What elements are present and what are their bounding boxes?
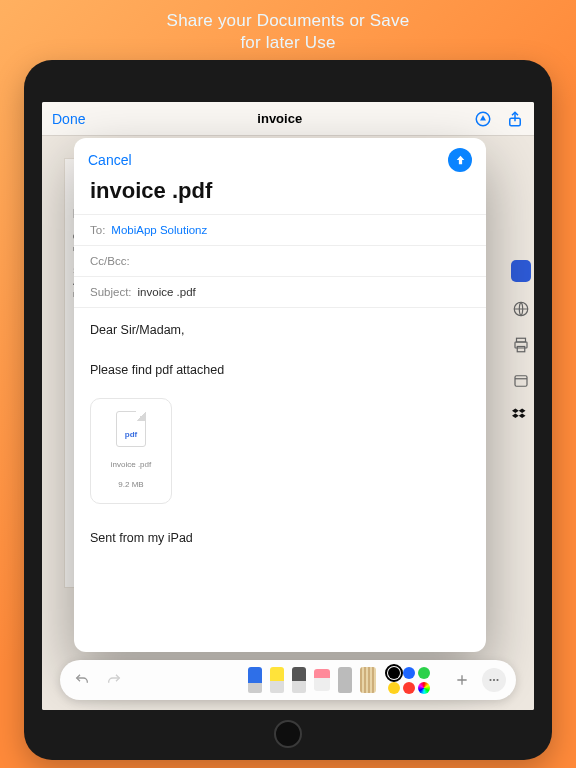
lasso-tool[interactable] xyxy=(338,667,352,693)
subject-value[interactable]: invoice .pdf xyxy=(138,286,196,298)
document-title: invoice xyxy=(257,111,302,126)
attachment-name: invoice .pdf xyxy=(97,455,165,475)
highlighter-tool[interactable] xyxy=(270,667,284,693)
send-button[interactable] xyxy=(448,148,472,172)
body-line: Please find pdf attached xyxy=(90,360,470,380)
cc-bcc-field[interactable]: Cc/Bcc: xyxy=(74,245,486,276)
color-black[interactable] xyxy=(388,667,400,679)
mail-compose-sheet: Cancel invoice .pdf To: MobiApp Solution… xyxy=(74,138,486,652)
pdf-file-icon: pdf xyxy=(116,411,146,447)
app-badge-icon[interactable] xyxy=(511,260,531,282)
app-store-promo-frame: Share your Documents or Save for later U… xyxy=(0,0,576,768)
ipad-screen: Done invoice INVOICE 01 min xyxy=(42,102,534,710)
promo-line-2: for later Use xyxy=(167,32,410,54)
color-green[interactable] xyxy=(418,667,430,679)
ipad-home-button xyxy=(274,720,302,748)
color-red[interactable] xyxy=(403,682,415,694)
printer-icon[interactable] xyxy=(512,336,530,354)
body-greeting: Dear Sir/Madam, xyxy=(90,320,470,340)
color-picker-icon[interactable] xyxy=(418,682,430,694)
to-label: To: xyxy=(90,224,105,236)
markup-toolbar xyxy=(60,660,516,700)
svg-point-7 xyxy=(489,679,491,681)
compose-body[interactable]: Dear Sir/Madam, Please find pdf attached… xyxy=(74,307,486,652)
dropbox-icon[interactable] xyxy=(512,408,530,426)
to-field[interactable]: To: MobiApp Solutionz xyxy=(74,214,486,245)
share-sheet-side-icons xyxy=(508,252,534,434)
undo-icon[interactable] xyxy=(70,668,94,692)
color-blue[interactable] xyxy=(403,667,415,679)
done-button[interactable]: Done xyxy=(52,111,85,127)
ellipsis-icon[interactable] xyxy=(482,668,506,692)
color-yellow[interactable] xyxy=(388,682,400,694)
compose-title: invoice .pdf xyxy=(74,176,486,214)
cc-label: Cc/Bcc: xyxy=(90,255,130,267)
color-swatches xyxy=(388,667,442,694)
pencil-tool[interactable] xyxy=(292,667,306,693)
ruler-tool[interactable] xyxy=(360,667,376,693)
svg-rect-6 xyxy=(515,376,527,387)
globe-icon[interactable] xyxy=(512,300,530,318)
document-toolbar: Done invoice xyxy=(42,102,534,136)
svg-rect-5 xyxy=(517,347,525,352)
share-icon[interactable] xyxy=(506,110,524,128)
to-value[interactable]: MobiApp Solutionz xyxy=(111,224,207,236)
cancel-button[interactable]: Cancel xyxy=(88,152,132,168)
promo-caption: Share your Documents or Save for later U… xyxy=(167,0,410,60)
window-icon[interactable] xyxy=(512,372,530,390)
redo-icon[interactable] xyxy=(102,668,126,692)
eraser-tool[interactable] xyxy=(314,669,330,691)
promo-line-1: Share your Documents or Save xyxy=(167,10,410,32)
attachment-chip[interactable]: pdf invoice .pdf 9.2 MB xyxy=(90,398,172,504)
pdf-badge: pdf xyxy=(117,425,145,445)
svg-point-9 xyxy=(496,679,498,681)
subject-field[interactable]: Subject: invoice .pdf xyxy=(74,276,486,307)
attachment-size: 9.2 MB xyxy=(97,475,165,495)
pen-tool[interactable] xyxy=(248,667,262,693)
subject-label: Subject: xyxy=(90,286,132,298)
markup-circle-icon[interactable] xyxy=(474,110,492,128)
svg-point-8 xyxy=(493,679,495,681)
ipad-device-frame: Done invoice INVOICE 01 min xyxy=(24,60,552,760)
plus-icon[interactable] xyxy=(450,668,474,692)
signature: Sent from my iPad xyxy=(90,528,470,548)
